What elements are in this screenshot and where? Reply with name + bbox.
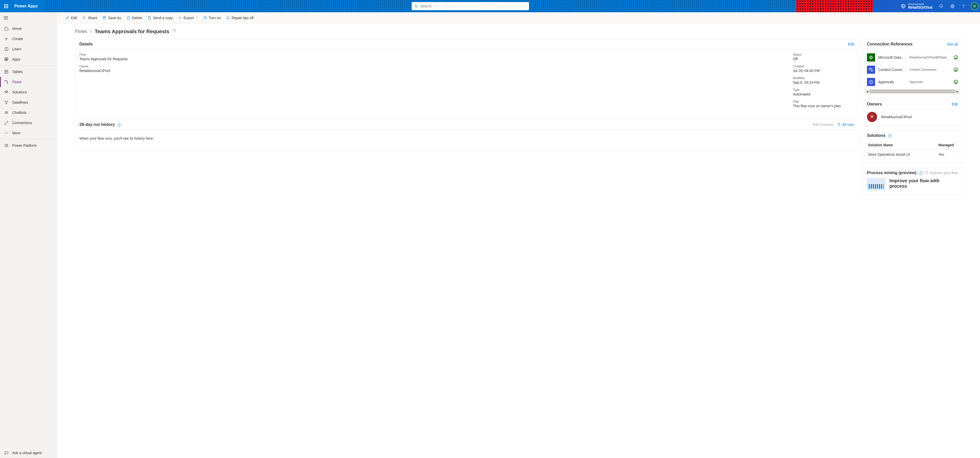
- scroll-right-button[interactable]: ▶: [955, 89, 960, 93]
- sidebar-item-home[interactable]: Home: [0, 24, 57, 34]
- solution-managed-cell: Yes: [937, 150, 958, 159]
- sidebar-item-dataflows[interactable]: Dataflows: [0, 97, 57, 107]
- sidebar-item-ask-agent[interactable]: Ask a virtual agent: [0, 448, 57, 458]
- save-as-button[interactable]: Save As: [100, 14, 123, 22]
- settings-button[interactable]: [947, 0, 958, 12]
- svg-rect-18: [5, 70, 8, 73]
- content-conversion-icon: [867, 65, 875, 74]
- power-platform-icon: [4, 143, 9, 148]
- plus-icon: [4, 37, 9, 41]
- user-avatar[interactable]: R: [971, 2, 978, 10]
- turn-on-button[interactable]: Turn on: [201, 14, 223, 22]
- type-value: Automated: [793, 92, 854, 96]
- sidebar-item-label: Power Platform: [12, 144, 37, 148]
- open-icon: [924, 171, 928, 175]
- svg-rect-35: [103, 17, 106, 19]
- sidebar-item-apps[interactable]: Apps: [0, 54, 57, 64]
- connections-title: Connection References: [867, 42, 913, 46]
- sidebar-item-power-platform[interactable]: Power Platform: [0, 140, 57, 151]
- sidebar-item-solutions[interactable]: Solutions: [0, 87, 57, 97]
- sidebar-item-label: Connections: [12, 121, 32, 125]
- created-value: Jul 20, 04:40 PM: [793, 69, 854, 73]
- owner-avatar: R: [867, 112, 877, 122]
- delete-icon: [126, 16, 130, 20]
- owner-value: RetailAuroraCIPool: [80, 69, 783, 73]
- search-box[interactable]: [412, 2, 529, 10]
- environment-label: Environment: [908, 3, 932, 6]
- svg-point-32: [7, 133, 8, 133]
- connections-see-all[interactable]: See all: [947, 42, 958, 46]
- send-copy-button[interactable]: Send a copy: [145, 14, 175, 22]
- table-row[interactable]: Store Operations Assist UI Yes: [867, 150, 958, 159]
- table-icon: [4, 69, 9, 74]
- hamburger-icon: [3, 16, 8, 20]
- app-title[interactable]: Power Apps: [12, 0, 44, 12]
- owner-label: Owner: [80, 65, 783, 68]
- flows-icon: [4, 80, 9, 84]
- sidebar: Home Create Learn Apps Tables Flows Solu…: [0, 12, 57, 458]
- all-runs-link[interactable]: All runs: [837, 123, 854, 127]
- connection-row[interactable]: Microsoft Dataverse RetailAuroraCIPool@R…: [863, 51, 962, 64]
- svg-point-23: [5, 101, 6, 102]
- search-input[interactable]: [420, 4, 527, 8]
- solutions-col-name[interactable]: Solution Name: [867, 140, 937, 150]
- solutions-card: Solutions i Solution Name Managed: [862, 131, 962, 163]
- environment-name: RetailSOATest: [908, 6, 932, 10]
- svg-rect-37: [127, 17, 129, 19]
- process-mining-text: Improve your flow with process: [889, 178, 958, 190]
- svg-rect-17: [6, 59, 8, 61]
- sidebar-toggle[interactable]: [0, 12, 57, 24]
- premium-icon: [172, 29, 177, 34]
- connections-card: Connection References See all Microsoft …: [862, 39, 962, 95]
- chatbot-icon: [4, 110, 9, 115]
- svg-point-25: [6, 103, 7, 104]
- horizontal-scrollbar[interactable]: ◀ ▶: [863, 90, 962, 95]
- svg-rect-14: [5, 58, 6, 59]
- sidebar-item-connections[interactable]: Connections: [0, 118, 57, 128]
- scroll-left-button[interactable]: ◀: [865, 89, 870, 93]
- breadcrumb-root[interactable]: Flows: [75, 29, 87, 34]
- connection-row[interactable]: Approvals Approvals: [863, 76, 962, 88]
- book-icon: [4, 47, 9, 51]
- help-button[interactable]: [959, 0, 969, 12]
- export-button[interactable]: Export: [176, 14, 200, 22]
- flow-label: Flow: [80, 53, 783, 56]
- environment-picker[interactable]: Environment RetailSOATest: [897, 3, 936, 10]
- solutions-col-managed[interactable]: Managed: [937, 140, 958, 150]
- connection-sub: RetailAuroraCIPool@RetailCPO: [909, 56, 951, 59]
- sidebar-item-more[interactable]: More: [0, 128, 57, 138]
- owners-edit-link[interactable]: Edit: [952, 102, 958, 106]
- sidebar-item-learn[interactable]: Learn: [0, 44, 57, 54]
- owners-title: Owners: [867, 102, 882, 107]
- chat-icon: [4, 451, 9, 455]
- edit-columns-link: Edit columns: [813, 123, 833, 127]
- info-icon[interactable]: i: [919, 171, 923, 175]
- created-label: Created: [793, 65, 854, 68]
- svg-point-30: [5, 133, 5, 133]
- refresh-icon: [837, 123, 841, 126]
- breadcrumb-current: Teams Approvals for Requests: [95, 29, 169, 35]
- repair-tips-button[interactable]: Repair tips off: [224, 14, 256, 22]
- sidebar-item-chatbots[interactable]: Chatbots: [0, 107, 57, 118]
- share-button[interactable]: Share: [80, 14, 99, 22]
- edit-icon: [65, 16, 69, 20]
- svg-line-1: [417, 7, 417, 8]
- run-history-empty: When your flow runs, you'll see its hist…: [80, 133, 854, 148]
- scroll-track[interactable]: [870, 89, 955, 93]
- details-edit-link[interactable]: Edit: [848, 42, 854, 46]
- sidebar-item-create[interactable]: Create: [0, 34, 57, 44]
- delete-button[interactable]: Delete: [124, 14, 144, 22]
- svg-point-28: [7, 112, 7, 113]
- connection-row[interactable]: Content Conversion Content Conversion: [863, 64, 962, 76]
- notifications-button[interactable]: [936, 0, 946, 12]
- svg-rect-46: [871, 70, 873, 71]
- info-icon[interactable]: i: [118, 123, 121, 127]
- app-launcher-button[interactable]: [0, 0, 12, 12]
- modified-value: Sep 6, 05:24 PM: [793, 80, 854, 85]
- sidebar-item-flows[interactable]: Flows: [0, 77, 57, 87]
- info-icon[interactable]: i: [888, 134, 892, 137]
- edit-button[interactable]: Edit: [63, 14, 79, 22]
- sidebar-item-tables[interactable]: Tables: [0, 67, 57, 77]
- search-icon: [414, 4, 418, 8]
- connection-name: Approvals: [878, 80, 906, 84]
